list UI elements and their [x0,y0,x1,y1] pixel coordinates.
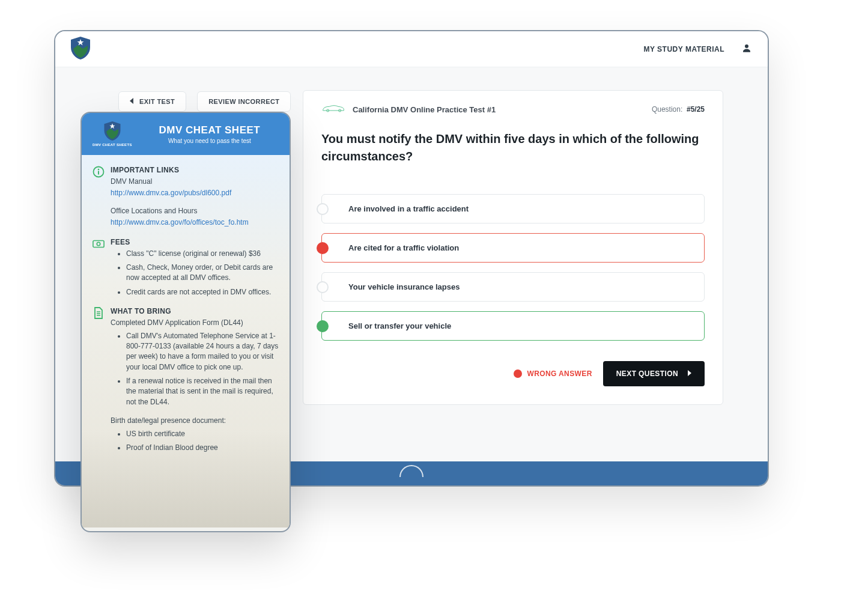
next-label: NEXT QUESTION [616,369,678,378]
manual-link[interactable]: http://www.dmv.ca.gov/pubs/dl600.pdf [111,188,279,198]
review-label: REVIEW INCORRECT [208,98,279,105]
answer-option[interactable]: Are involved in a traffic accident [321,194,705,223]
section-heading: WHAT TO BRING [111,307,279,315]
shield-icon [104,121,121,141]
left-controls: EXIT TEST REVIEW INCORRECT [118,91,291,112]
answer-option[interactable]: Are cited for a traffic violation [321,233,705,263]
section-heading: IMPORTANT LINKS [111,166,279,174]
quiz-footer: WRONG ANSWER NEXT QUESTION [321,361,705,386]
section-what-to-bring: WHAT TO BRING Completed DMV Application … [93,307,279,453]
birth-label: Birth date/legal presence document: [111,416,279,426]
dot-icon [514,369,522,378]
question-counter: Question: #5/25 [652,105,705,114]
answer-option[interactable]: Sell or transfer your vehicle [321,311,705,341]
list-item: If a renewal notice is received in the m… [126,376,279,407]
topbar: MY STUDY MATERIAL [55,31,768,67]
birth-list: US birth certificate Proof of Indian Blo… [111,429,279,454]
svg-rect-10 [93,240,104,247]
wrong-answer-indicator: WRONG ANSWER [514,369,592,378]
cheat-sheet-title: DMV CHEAT SHEET [141,124,279,136]
shield-icon [71,37,90,59]
car-icon [321,103,345,116]
list-item: US birth certificate [126,429,279,439]
svg-point-1 [745,44,748,48]
forward-icon [687,369,691,378]
svg-point-8 [98,169,100,171]
cheat-sheet-body: IMPORTANT LINKS DMV Manual http://www.dm… [82,155,290,527]
quiz-header: California DMV Online Practice Test #1 Q… [321,103,705,116]
list-item: Class "C" license (original or renewal) … [126,249,279,259]
quiz-title: California DMV Online Practice Test #1 [353,105,496,114]
answer-list: Are involved in a traffic accident Are c… [321,194,705,341]
document-icon [93,307,105,319]
answer-option[interactable]: Your vehicle insurance lapses [321,272,705,302]
svg-marker-5 [688,370,691,376]
section-fees: FEES Class "C" license (original or rene… [93,238,279,298]
question-text: You must notify the DMV within five days… [321,130,705,165]
section-heading: FEES [111,238,279,246]
list-item: Proof of Indian Blood degree [126,443,279,453]
info-icon [93,166,105,178]
question-counter-value: #5/25 [687,105,705,114]
topbar-right: MY STUDY MATERIAL [643,43,752,56]
list-item: Credit cards are not accepted in DMV off… [126,287,279,297]
cheat-sheet-panel: DMV CHEAT SHEETS DMV CHEAT SHEET What yo… [80,112,291,532]
list-item: Cash, Check, Money order, or Debit cards… [126,263,279,284]
bring-intro: Completed DMV Application Form (DL44) [111,318,279,328]
money-icon [93,238,105,250]
quiz-title-wrap: California DMV Online Practice Test #1 [321,103,496,116]
bring-list: Call DMV's Automated Telephone Service a… [111,331,279,408]
cheat-sheet-logo: DMV CHEAT SHEETS [93,121,132,147]
brand-logo[interactable] [71,37,90,62]
review-incorrect-button[interactable]: REVIEW INCORRECT [197,91,291,112]
svg-marker-2 [130,98,133,104]
section-important-links: IMPORTANT LINKS DMV Manual http://www.dm… [93,166,279,228]
brand-subtext: DMV CHEAT SHEETS [93,143,132,147]
svg-rect-9 [98,171,99,175]
office-label: Office Locations and Hours [111,206,279,216]
exit-label: EXIT TEST [139,98,175,105]
footer-decoration-icon [399,465,423,477]
exit-test-button[interactable]: EXIT TEST [118,91,186,112]
quiz-card: California DMV Online Practice Test #1 Q… [303,90,723,405]
question-counter-label: Question: [652,105,682,114]
next-question-button[interactable]: NEXT QUESTION [603,361,705,386]
list-item: Call DMV's Automated Telephone Service a… [126,331,279,373]
office-link[interactable]: http://www.dmv.ca.gov/fo/offices/toc_fo.… [111,217,279,228]
user-icon[interactable] [741,43,752,56]
back-icon [130,98,135,105]
manual-label: DMV Manual [111,177,279,187]
nav-my-study-material[interactable]: MY STUDY MATERIAL [643,45,724,53]
wrong-answer-label: WRONG ANSWER [527,369,592,378]
cheat-sheet-header: DMV CHEAT SHEETS DMV CHEAT SHEET What yo… [82,113,290,155]
cheat-sheet-subtitle: What you need to pass the test [141,138,279,144]
cheat-sheet-title-wrap: DMV CHEAT SHEET What you need to pass th… [141,124,279,144]
svg-point-11 [97,242,100,245]
fees-list: Class "C" license (original or renewal) … [111,249,279,298]
